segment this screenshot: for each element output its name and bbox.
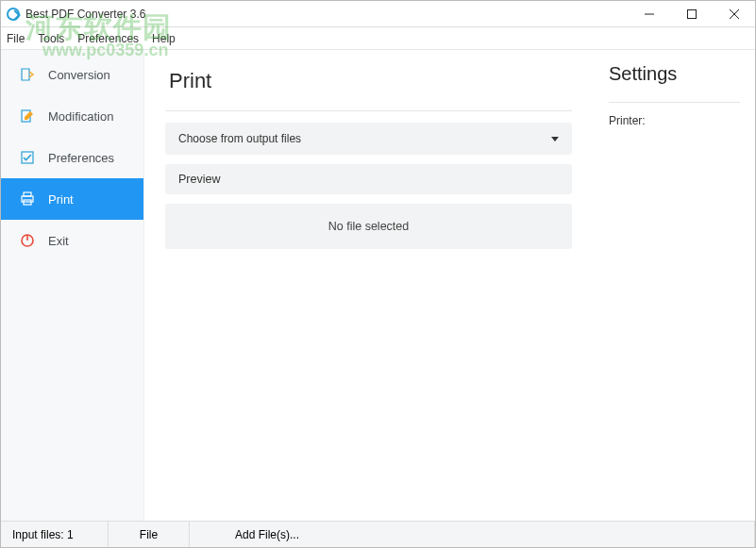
- output-files-dropdown[interactable]: Choose from output files: [165, 123, 572, 155]
- menubar: File Tools Preferences Help: [1, 27, 755, 50]
- sidebar-item-conversion[interactable]: Conversion: [1, 54, 143, 95]
- preview-empty-text: No file selected: [328, 220, 409, 233]
- page-title: Print: [165, 63, 572, 111]
- file-button[interactable]: File: [109, 522, 190, 547]
- menu-help[interactable]: Help: [152, 32, 176, 45]
- svg-rect-1: [687, 9, 696, 18]
- settings-title: Settings: [609, 63, 740, 103]
- preview-label: Preview: [165, 164, 572, 194]
- settings-panel: Settings Printer:: [593, 50, 755, 521]
- print-icon: [18, 191, 37, 207]
- close-button[interactable]: [713, 1, 755, 27]
- add-files-button[interactable]: Add File(s)...: [190, 522, 755, 547]
- sidebar-item-label: Print: [48, 192, 74, 207]
- sidebar-item-print[interactable]: Print: [1, 178, 143, 220]
- modification-icon: [18, 108, 37, 124]
- preferences-icon: [18, 150, 37, 165]
- window-controls: [628, 1, 755, 27]
- menu-tools[interactable]: Tools: [38, 32, 64, 45]
- sidebar: Conversion Modification Preferences Prin…: [1, 50, 144, 521]
- chevron-down-icon: [551, 137, 559, 141]
- sidebar-item-label: Exit: [48, 234, 69, 248]
- sidebar-item-modification[interactable]: Modification: [1, 95, 143, 137]
- svg-rect-6: [24, 192, 31, 196]
- preview-area: No file selected: [165, 204, 572, 249]
- statusbar: Input files: 1 File Add File(s)...: [1, 521, 755, 547]
- titlebar: Best PDF Converter 3.6: [1, 1, 755, 27]
- input-files-count: Input files: 1: [1, 522, 109, 547]
- minimize-button[interactable]: [628, 1, 670, 27]
- menu-preferences[interactable]: Preferences: [77, 32, 139, 45]
- menu-file[interactable]: File: [7, 32, 25, 45]
- sidebar-item-preferences[interactable]: Preferences: [1, 137, 143, 178]
- sidebar-item-label: Conversion: [48, 68, 110, 82]
- dropdown-label: Choose from output files: [178, 132, 301, 145]
- app-icon: [7, 8, 20, 21]
- main-panel: Print Choose from output files Preview N…: [144, 50, 593, 521]
- printer-label: Printer:: [609, 114, 740, 127]
- exit-icon: [18, 233, 37, 248]
- window-title: Best PDF Converter 3.6: [25, 8, 145, 21]
- conversion-icon: [18, 67, 37, 82]
- sidebar-item-exit[interactable]: Exit: [1, 220, 143, 261]
- sidebar-item-label: Preferences: [48, 151, 114, 165]
- maximize-button[interactable]: [670, 1, 713, 27]
- sidebar-item-label: Modification: [48, 109, 113, 124]
- workspace: Conversion Modification Preferences Prin…: [1, 50, 755, 521]
